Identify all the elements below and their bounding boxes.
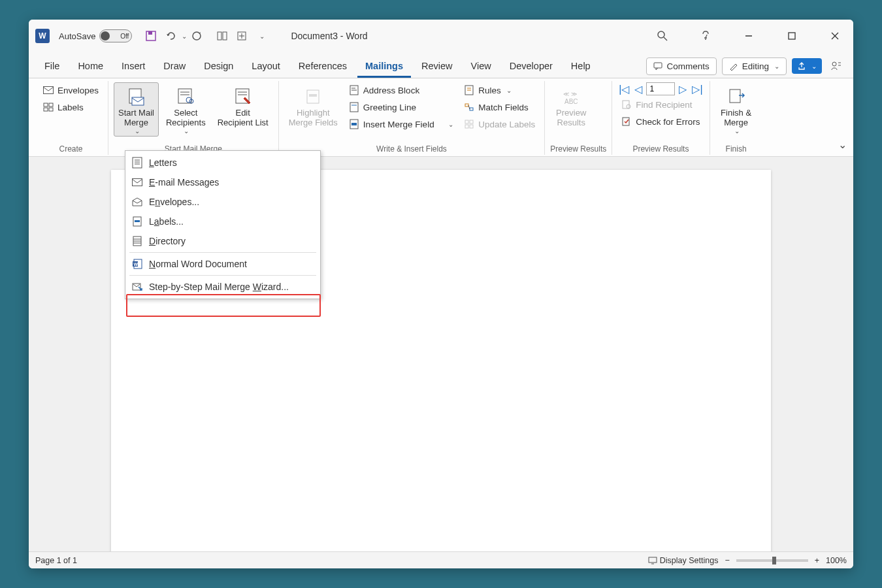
dd-letters[interactable]: Letters [125, 153, 320, 172]
tab-developer[interactable]: Developer [502, 56, 561, 78]
envelope-icon [43, 85, 54, 95]
start-mail-merge-button[interactable]: Start Mail Merge⌄ [114, 82, 159, 137]
prev-record-button[interactable]: ◁ [633, 83, 644, 95]
tab-mailings[interactable]: Mailings [357, 56, 411, 78]
dd-wizard-label: Step-by-Step Mail Merge Wizard... [149, 282, 289, 292]
page-indicator[interactable]: Page 1 of 1 [35, 556, 77, 565]
check-errors-button[interactable]: Check for Errors [617, 114, 704, 129]
dd-email[interactable]: E-mail Messages [125, 172, 320, 192]
record-input[interactable] [646, 82, 675, 95]
editing-mode-button[interactable]: Editing⌄ [722, 57, 787, 75]
zoom-level[interactable]: 100% [826, 556, 847, 565]
greeting-icon [349, 102, 359, 112]
envelopes-button[interactable]: Envelopes [39, 82, 103, 98]
dd-normal-label: Normal Word Document [149, 259, 247, 269]
search-button[interactable] [651, 24, 674, 48]
dd-envelopes-label: Envelopes... [149, 197, 199, 207]
address-block-button[interactable]: Address Block [345, 82, 457, 98]
qat-more-button[interactable]: ⌄ [253, 27, 270, 44]
address-icon [349, 85, 359, 95]
display-settings-label: Display Settings [660, 556, 719, 565]
ribbon-collapse-button[interactable]: ⌄ [838, 139, 847, 151]
zoom-slider[interactable] [736, 559, 808, 562]
help-button[interactable] [694, 24, 717, 48]
svg-rect-53 [133, 157, 142, 168]
dd-wizard[interactable]: Step-by-Step Mail Merge Wizard... [125, 277, 320, 297]
rules-button[interactable]: Rules⌄ [460, 82, 539, 98]
dd-directory[interactable]: Directory [125, 231, 320, 251]
preview-label: Preview Results [556, 108, 586, 127]
highlight-merge-fields-button[interactable]: Highlight Merge Fields [284, 82, 342, 129]
tab-layout[interactable]: Layout [244, 56, 288, 78]
undo-button[interactable] [162, 27, 179, 44]
next-record-button[interactable]: ▷ [678, 83, 688, 95]
insert-field-label: Insert Merge Field [363, 120, 434, 129]
chevron-down-icon: ⌄ [135, 127, 140, 135]
redo-button[interactable] [188, 27, 205, 44]
maximize-button[interactable] [780, 24, 804, 48]
envelopes-label: Envelopes [57, 86, 99, 95]
tab-insert[interactable]: Insert [114, 56, 153, 78]
minimize-button[interactable] [737, 24, 760, 48]
tab-help[interactable]: Help [563, 56, 598, 78]
account-button[interactable] [827, 54, 845, 78]
email-icon [132, 177, 142, 188]
undo-chevron-icon[interactable]: ⌄ [182, 33, 187, 40]
group-label-write: Write & Insert Fields [284, 143, 540, 154]
finish-merge-button[interactable]: Finish & Merge⌄ [715, 82, 757, 137]
chevron-down-icon: ⌄ [184, 127, 189, 135]
insert-merge-field-button[interactable]: Insert Merge Field ⌄ [345, 116, 457, 132]
dd-envelopes[interactable]: Envelopes... [125, 192, 320, 212]
zoom-out-button[interactable]: − [725, 556, 729, 565]
display-settings-button[interactable]: Display Settings [648, 556, 719, 565]
tab-design[interactable]: Design [196, 56, 241, 78]
svg-rect-20 [132, 97, 144, 105]
dd-directory-label: Directory [149, 236, 186, 246]
autosave-state: Off [120, 33, 129, 40]
tab-review[interactable]: Review [414, 56, 461, 78]
dd-labels[interactable]: Labels... [125, 212, 320, 231]
select-recipients-button[interactable]: Select Recipients⌄ [161, 82, 210, 137]
highlight-icon [304, 86, 322, 108]
qat-btn-1[interactable] [214, 27, 231, 44]
dd-letters-label: Letters [149, 157, 177, 168]
preview-icon: ≪ ≫ABC [562, 86, 580, 108]
tab-home[interactable]: Home [70, 56, 111, 78]
dd-separator [129, 252, 316, 253]
svg-rect-49 [623, 118, 629, 125]
start-mail-merge-dropdown: Letters E-mail Messages Envelopes... Lab… [125, 150, 321, 299]
find-label: Find Recipient [636, 100, 692, 110]
labels-button[interactable]: Labels [39, 99, 103, 115]
share-button[interactable]: ⌄ [792, 58, 822, 74]
greeting-line-button[interactable]: Greeting Line [345, 99, 457, 115]
close-button[interactable] [823, 24, 847, 48]
qat-btn-2[interactable] [233, 27, 250, 44]
match-fields-button[interactable]: Match Fields [460, 99, 539, 115]
labels-icon [43, 102, 54, 112]
highlight-label: Highlight Merge Fields [289, 108, 338, 127]
tab-view[interactable]: View [463, 56, 499, 78]
dd-normal-doc[interactable]: WNormal Word Document [125, 254, 320, 274]
address-label: Address Block [363, 86, 419, 95]
autosave-toggle[interactable]: Off [99, 29, 132, 42]
tab-draw[interactable]: Draw [155, 56, 193, 78]
update-labels-button[interactable]: Update Labels [460, 116, 539, 132]
svg-line-7 [664, 37, 667, 41]
preview-results-button[interactable]: ≪ ≫ABC Preview Results [550, 82, 592, 129]
save-button[interactable] [142, 27, 159, 44]
tab-file[interactable]: File [37, 56, 67, 78]
zoom-in-button[interactable]: + [815, 556, 819, 565]
check-icon [621, 116, 632, 127]
group-finish: Finish & Merge⌄ Finish [710, 81, 762, 155]
find-recipient-button[interactable]: Find Recipient [617, 97, 704, 112]
chevron-down-icon[interactable]: ⌄ [448, 121, 453, 128]
svg-rect-30 [309, 94, 317, 97]
comments-button[interactable]: Comments [646, 57, 716, 75]
svg-text:W: W [134, 262, 139, 267]
finish-icon [727, 86, 745, 108]
tab-references[interactable]: References [291, 56, 355, 78]
edit-recipient-list-button[interactable]: Edit Recipient List [213, 82, 273, 129]
last-record-button[interactable]: ▷| [691, 83, 704, 95]
svg-rect-39 [465, 104, 468, 106]
first-record-button[interactable]: |◁ [617, 83, 630, 95]
